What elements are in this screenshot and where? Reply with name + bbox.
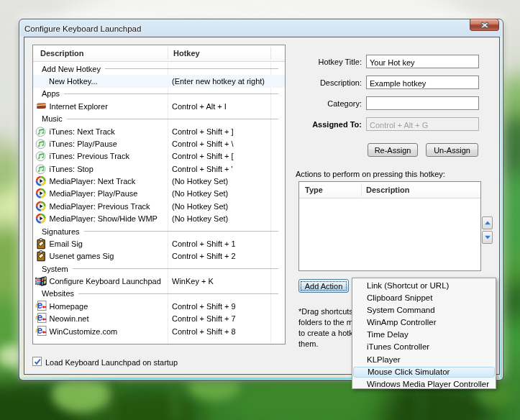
svg-text:e: e <box>37 326 42 336</box>
svg-text:e: e <box>37 313 42 323</box>
svg-text:e: e <box>37 301 42 311</box>
